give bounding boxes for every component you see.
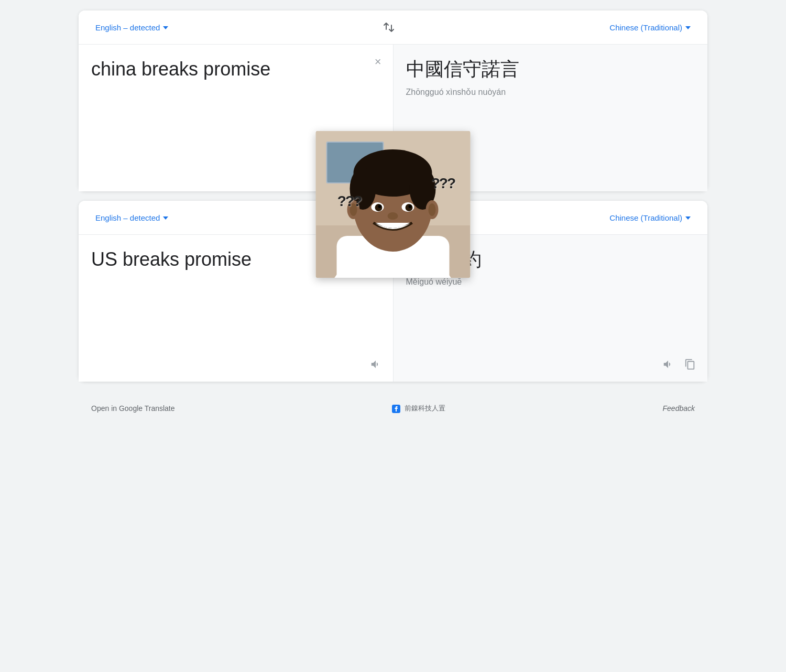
copy-btn-1[interactable]	[693, 177, 699, 183]
romanization-2: Měiguó wéiyuē	[406, 277, 695, 287]
source-lang-chevron-2	[163, 216, 168, 220]
target-lang-label-1: Chinese (Traditional)	[609, 23, 682, 32]
swap-btn-1[interactable]	[377, 18, 400, 37]
copy-icon-2	[684, 359, 696, 370]
svg-point-16	[409, 205, 412, 208]
question-marks-left: ???	[337, 193, 361, 210]
speaker-input-icon-2	[370, 359, 381, 370]
speaker-icon-2	[662, 359, 674, 370]
source-lang-btn-1[interactable]: English – detected	[91, 21, 172, 34]
copy-btn-2[interactable]	[681, 355, 699, 373]
svg-point-15	[378, 205, 381, 208]
panel-actions-2	[659, 355, 699, 373]
source-lang-btn-2[interactable]: English – detected	[91, 211, 172, 224]
source-lang-label-2: English – detected	[95, 213, 160, 222]
panel-actions-1	[682, 177, 699, 183]
swap-icon-1	[383, 21, 395, 34]
speaker-btn-1[interactable]	[682, 177, 689, 183]
source-lang-label-1: English – detected	[95, 23, 160, 32]
target-lang-label-2: Chinese (Traditional)	[609, 213, 682, 222]
footer: Open in Google Translate 前鎳科技人置 Feedback	[79, 395, 707, 421]
target-lang-chevron-2	[685, 216, 691, 220]
translated-text-1: 中國信守諾言	[406, 57, 695, 82]
target-lang-chevron-1	[685, 26, 691, 29]
question-marks-right: ???	[431, 175, 455, 192]
source-text-input-1[interactable]	[91, 57, 362, 120]
svg-point-21	[429, 203, 436, 216]
speaker-input-btn-2[interactable]	[367, 355, 385, 373]
input-actions-2	[367, 355, 385, 373]
source-lang-chevron-1	[163, 26, 168, 29]
speaker-btn-2[interactable]	[659, 355, 677, 373]
footer-center: 前鎳科技人置	[392, 404, 445, 413]
meme-image: ??? ???	[316, 131, 471, 278]
page-wrapper: English – detected Chinese (Traditional)…	[79, 10, 707, 421]
svg-point-17	[388, 212, 398, 220]
clear-btn-1[interactable]: ×	[374, 55, 383, 69]
feedback-button[interactable]: Feedback	[663, 404, 695, 413]
target-lang-btn-2[interactable]: Chinese (Traditional)	[605, 211, 695, 224]
card-header-1: English – detected Chinese (Traditional)	[79, 10, 707, 45]
meme-container: ??? ???	[316, 131, 471, 278]
fb-icon	[392, 405, 400, 413]
footer-watermark: 前鎳科技人置	[392, 404, 445, 413]
open-in-google-translate-link[interactable]: Open in Google Translate	[91, 404, 175, 413]
target-lang-btn-1[interactable]: Chinese (Traditional)	[605, 21, 695, 34]
romanization-1: Zhōngguó xìnshǒu nuòyán	[406, 87, 695, 97]
